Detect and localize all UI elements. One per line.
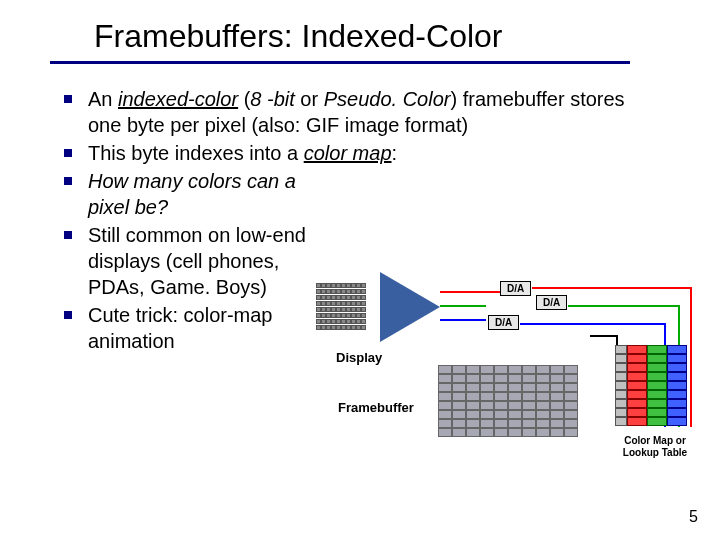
memory-grid-icon (316, 283, 366, 330)
bullet-item: How many colors can a pixel be? (64, 168, 660, 220)
square-bullet-icon (64, 177, 72, 185)
bullet-text: How many colors can a pixel be? (88, 168, 308, 220)
colormap-label: Color Map or Lookup Table (610, 435, 700, 459)
slide-title: Framebuffers: Indexed-Color (94, 18, 720, 55)
bullet-text: Still common on low-end displays (cell p… (88, 222, 308, 300)
bullet-text: An indexed-color (8 -bit or Pseudo. Colo… (88, 86, 660, 138)
red-route-line (690, 287, 692, 427)
red-signal-line (440, 291, 500, 293)
framebuffer-grid-icon (438, 365, 578, 437)
framebuffer-label: Framebuffer (338, 400, 414, 415)
funnel-icon (380, 272, 440, 342)
da-converter-box: D/A (488, 315, 519, 330)
da-converter-box: D/A (536, 295, 567, 310)
page-number: 5 (689, 508, 698, 526)
red-route-line (532, 287, 692, 289)
square-bullet-icon (64, 149, 72, 157)
bullet-item: An indexed-color (8 -bit or Pseudo. Colo… (64, 86, 660, 138)
blue-signal-line (440, 319, 486, 321)
colormap-table-icon (615, 345, 687, 426)
green-route-line (568, 305, 680, 307)
lookup-arrow-icon (590, 335, 618, 385)
bullet-item: This byte indexes into a color map: (64, 140, 660, 166)
display-label: Display (336, 350, 382, 365)
square-bullet-icon (64, 95, 72, 103)
blue-route-line (520, 323, 666, 325)
indexed-color-diagram: D/A D/A D/A Display Framebuffer Color Ma… (300, 235, 710, 485)
square-bullet-icon (64, 311, 72, 319)
green-signal-line (440, 305, 486, 307)
bullet-text: Cute trick: color-map animation (88, 302, 308, 354)
square-bullet-icon (64, 231, 72, 239)
da-converter-box: D/A (500, 281, 531, 296)
bullet-text: This byte indexes into a color map: (88, 140, 397, 166)
